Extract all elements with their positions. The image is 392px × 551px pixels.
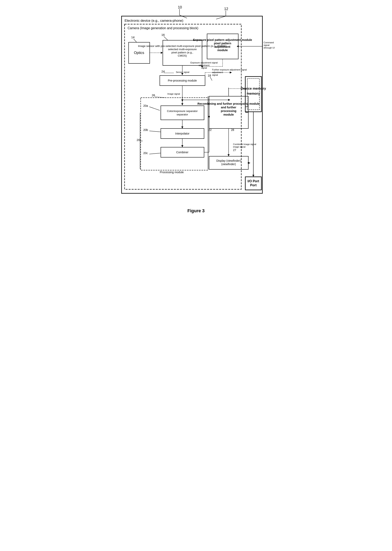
recombine-label2: and further: [221, 106, 237, 109]
exp-adj-label1: Exposure adjustment signal: [190, 61, 217, 64]
svg-line-9: [149, 107, 160, 110]
device-memory-label2: memory: [247, 92, 260, 95]
recombine-label3: processing: [221, 109, 236, 113]
inner-box-title: Camera (Image generation and processing …: [128, 26, 198, 30]
ref-22: 22: [209, 128, 212, 131]
ref-10: 10: [178, 5, 182, 9]
ref-20a: 20a: [143, 104, 148, 107]
img-signal-arrowhead2: [181, 100, 183, 101]
svg-line-10: [149, 131, 161, 132]
sensor-down-arrowhead: [181, 73, 183, 75]
color-separator-label1: Color/exposure separator: [167, 110, 198, 113]
color-separator-label2: separator: [176, 113, 188, 116]
figure-caption: Figure 3: [187, 208, 205, 214]
combined-image-label1: Combined image signal: [233, 143, 256, 145]
further-exp-label1: Further exposure adjustment signal: [212, 68, 247, 71]
interpolator-label: Interpolator: [175, 132, 189, 135]
to-recombine-arrowhead: [208, 115, 210, 117]
recombine-to-display-arrowhead: [228, 154, 230, 156]
further-exp-arrowhead: [230, 72, 232, 73]
recombine-label4: module: [223, 113, 234, 116]
svg-line-7: [210, 77, 212, 80]
ref-26: 26: [152, 93, 155, 97]
io-port-label2: Port: [250, 183, 257, 187]
display-label2: (viewfinder): [221, 163, 236, 166]
exp-adj-label3: signal: [201, 67, 207, 69]
ref-28: 28: [231, 128, 234, 131]
diagram-svg: 10 12 Electronic device (e.g., camera-ph…: [118, 4, 274, 201]
image-sensor-label2: selected multi-exposure: [168, 48, 197, 51]
outer-box-title: Electronic device (e.g., camera-phone): [125, 19, 183, 22]
processing-module-label: Processing module: [160, 171, 184, 174]
io-port-label1: I/O Port: [247, 179, 259, 183]
display-label1: Display (viewfinder): [216, 159, 241, 162]
svg-line-11: [149, 153, 161, 154]
combined-image-label2: image signal: [233, 146, 245, 148]
img-signal-arrowhead: [228, 99, 230, 101]
ref-27: 27: [233, 148, 236, 152]
color-separator-block: [161, 106, 204, 120]
optics-label: Optics: [134, 51, 144, 55]
svg-line-5: [164, 36, 168, 40]
ref-18: 18: [208, 74, 211, 77]
ref-20b: 20b: [143, 128, 148, 131]
image-sensor-label3: pixel pattern (e.g.,: [171, 51, 193, 54]
exposure-pixel-label2: pixel pattern: [214, 42, 231, 45]
page-wrapper: 10 12 Electronic device (e.g., camera-ph…: [118, 4, 274, 214]
ref-16: 16: [161, 33, 165, 36]
processing-module-dashed-box: [141, 98, 208, 170]
ref-20: 20: [137, 138, 140, 142]
svg-line-4: [134, 39, 137, 42]
image-sensor-label: Image sensor with pre-selected multi-exp…: [138, 44, 227, 48]
image-sensor-label4: CMOS): [178, 54, 187, 57]
further-exp-label2: adjustment: [212, 71, 223, 73]
exposure-pixel-label3: adjustment: [215, 45, 231, 48]
diagram-container: 10 12 Electronic device (e.g., camera-ph…: [118, 4, 274, 202]
exp-adj-label2: adjustment: [199, 64, 210, 66]
command-label2: signal: [264, 44, 269, 46]
exposure-pixel-label1: Exposure pixel pattern adjustment module: [193, 38, 252, 42]
svg-line-3: [216, 16, 226, 19]
command-label3: (through UI): [264, 47, 274, 49]
to-separator-arrowhead: [181, 103, 183, 105]
command-arrow: [237, 45, 239, 47]
command-label1: Command signal (through UI): [264, 41, 274, 44]
ref-20c: 20c: [143, 151, 148, 155]
to-combiner-arrowhead: [181, 145, 183, 147]
combiner-label: Combiner: [176, 151, 189, 154]
ref-12: 12: [224, 7, 228, 11]
ref-14: 14: [131, 36, 135, 39]
further-exp-label3: signal: [212, 74, 218, 76]
to-interpolator-arrowhead: [181, 127, 183, 129]
recombine-label1: Recombining and further processing modul…: [197, 102, 259, 105]
sensor-signal-label: Sensor signal: [176, 71, 189, 73]
svg-line-1: [180, 15, 187, 18]
ref-24: 24: [161, 70, 165, 73]
exposure-pixel-label4: module: [217, 49, 228, 52]
optics-to-sensor-arrowhead: [161, 52, 163, 54]
preproc-label: Pre-processing module: [168, 79, 197, 82]
image-signal-label: Image signal: [168, 93, 180, 95]
